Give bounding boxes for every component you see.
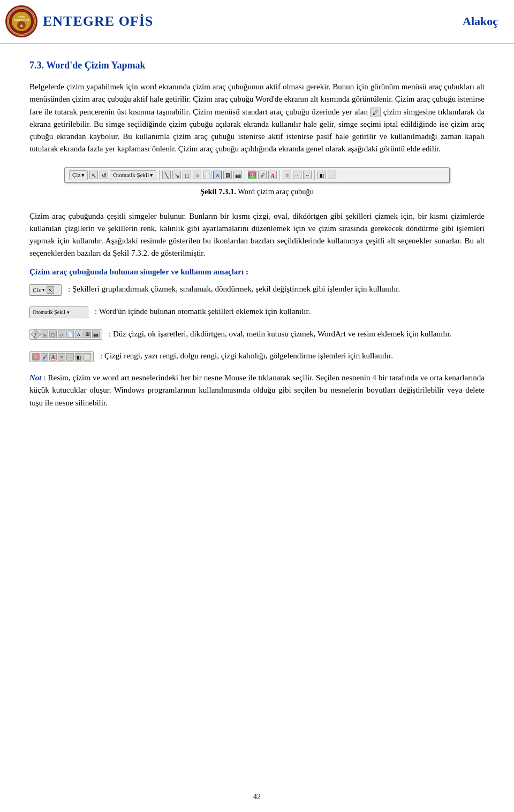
si-image: 📷 [92, 331, 100, 338]
item-row-2: Otomatik Şekil ▾ : Word'ün içinde buluna… [29, 305, 485, 318]
shapes-icons-bar: ╲ ↘ □ ○ 📄 A 🖼 📷 [29, 329, 102, 340]
ciz-arrow: ▾ [81, 172, 85, 179]
item-arrow-2: ▾ [67, 310, 70, 315]
item-cursor-icon: ↖ [47, 286, 54, 294]
caption-text: Word çizim araç çubuğu [238, 187, 314, 196]
ciz-button[interactable]: Çiz ▾ [69, 170, 88, 180]
item-label-1: Çiz [33, 287, 41, 293]
line-color-icon[interactable]: 🖊 [258, 171, 267, 179]
not-paragraph: Not : Resim, çizim ve word art nesneleri… [29, 372, 485, 409]
not-colon: : [42, 373, 46, 382]
si-textbox: 📄 [66, 331, 74, 338]
si-wordart: A [75, 331, 82, 338]
toolbar-container: Çiz ▾ ↖ ↺ Otomatik Şekil ▾ ╲ ↘ □ ○ 📄 [29, 167, 485, 206]
page: ESİN ÜNİVERSİTESİ ⭐ ENTEGRE OFİS Alakoç … [0, 0, 514, 812]
separator-2 [245, 170, 245, 180]
shadow-icon[interactable]: ◧ [318, 171, 326, 179]
wordart-icon[interactable]: A [213, 171, 222, 179]
description-paragraph: Çizim araç çubuğunda çeşitli simgeler bu… [29, 210, 485, 260]
ci-dashstyle: ⋯ [66, 353, 74, 361]
fill-color-icon[interactable]: 🎨 [248, 171, 256, 179]
item-row-1: Çiz ▾ ↖ : Şekilleri gruplandırmak çözmek… [29, 283, 485, 296]
ci-fill: 🎨 [32, 353, 40, 361]
si-arrow: ↘ [41, 331, 48, 338]
item-text-3: : Düz çizgi, ok işaretleri, dikdörtgen, … [109, 328, 485, 340]
item-icon-box-3: ╲ ↘ □ ○ 📄 A 🖼 📷 [29, 329, 102, 340]
si-clipart: 🖼 [84, 331, 91, 338]
toolbar-caption: Şekil 7.3.1. Word çizim araç çubuğu [200, 187, 314, 196]
header-title: ENTEGRE OFİS [43, 13, 153, 29]
not-content: Resim, çizim ve word art nesnelerindeki … [29, 373, 485, 407]
item-text-1: : Şekilleri gruplandırmak çözmek, sırala… [68, 283, 485, 295]
header-left: ESİN ÜNİVERSİTESİ ⭐ ENTEGRE OFİS [5, 5, 153, 37]
header: ESİN ÜNİVERSİTESİ ⭐ ENTEGRE OFİS Alakoç [0, 0, 514, 44]
ci-linecolor: 🖊 [41, 353, 48, 361]
item-toolbar-1: Çiz ▾ ↖ [29, 284, 62, 296]
ci-shadow: ◧ [75, 353, 82, 361]
separator-1 [159, 170, 160, 180]
section-title: 7.3. Word'de Çizim Yapmak [29, 60, 485, 71]
bold-heading: Çizim araç çubuğunda bulunan simgeler ve… [29, 267, 485, 277]
clipart-icon[interactable]: 🖼 [223, 171, 232, 179]
line-icon[interactable]: ╲ [162, 171, 171, 179]
si-rect: □ [49, 331, 57, 338]
header-right: Alakoç [463, 14, 498, 28]
arrow-style-icon[interactable]: ↔ [303, 171, 312, 179]
item-row-4: 🎨 🖊 A ≡ ⋯ ◧ ⬜ : Çizgi rengi, yazı rengi,… [29, 350, 485, 362]
item-icon-box-4: 🎨 🖊 A ≡ ⋯ ◧ ⬜ [29, 351, 94, 362]
otomatik-label: Otomatik Şekil [113, 172, 149, 178]
oval-icon[interactable]: ○ [193, 171, 201, 179]
item-text-4: : Çizgi rengi, yazı rengi, dolgu rengi, … [100, 350, 485, 362]
item-text-2: : Word'ün içinde bulunan otomatik şekill… [95, 305, 485, 318]
3d-icon[interactable]: ⬜ [328, 171, 336, 179]
image-icon[interactable]: 📷 [233, 171, 242, 179]
logo-circle: ESİN ÜNİVERSİTESİ ⭐ [5, 5, 37, 37]
font-color-icon[interactable]: A [268, 171, 277, 179]
main-toolbar: Çiz ▾ ↖ ↺ Otomatik Şekil ▾ ╲ ↘ □ ○ 📄 [64, 167, 450, 183]
draw-icon: 🖊 [370, 108, 381, 117]
rect-icon[interactable]: □ [183, 171, 191, 179]
item-label-2: Otomatik Şekil [33, 309, 65, 315]
separator-3 [279, 170, 280, 180]
item-toolbar-2: Otomatik Şekil ▾ [29, 307, 88, 318]
otomatik-sekil-button[interactable]: Otomatik Şekil ▾ [110, 170, 156, 180]
line-style-icon[interactable]: ≡ [283, 171, 291, 179]
caption-bold: Şekil 7.3.1. [200, 187, 236, 196]
ci-fontcolor: A [49, 353, 57, 361]
page-number: 42 [253, 793, 261, 801]
intro-paragraph: Belgelerde çizim yapabilmek için word ek… [29, 81, 485, 156]
si-oval: ○ [58, 331, 65, 338]
refresh-icon[interactable]: ↺ [100, 171, 108, 179]
item-row-3: ╲ ↘ □ ○ 📄 A 🖼 📷 : Düz çizgi, ok işaretle… [29, 328, 485, 340]
cursor-icon[interactable]: ↖ [89, 171, 98, 179]
content-area: 7.3. Word'de Çizim Yapmak Belgelerde çiz… [0, 44, 514, 436]
arrow-icon[interactable]: ↘ [172, 171, 181, 179]
otomatik-arrow: ▾ [150, 172, 153, 179]
item-icon-box-2: Otomatik Şekil ▾ [29, 307, 88, 318]
ci-linestyle: ≡ [58, 353, 65, 361]
ci-3d: ⬜ [84, 353, 91, 361]
color-icons-bar: 🎨 🖊 A ≡ ⋯ ◧ ⬜ [29, 351, 94, 362]
ciz-label: Çiz [72, 172, 80, 178]
footer: 42 [0, 793, 514, 801]
not-label: Not [29, 373, 42, 382]
item-icon-box-1: Çiz ▾ ↖ [29, 284, 62, 296]
svg-text:ESİN: ESİN [18, 16, 25, 18]
separator-4 [314, 170, 315, 180]
item-arrow-1: ▾ [42, 287, 45, 293]
textbox-icon[interactable]: 📄 [203, 171, 211, 179]
si-line: ╲ [31, 329, 41, 340]
dash-style-icon[interactable]: ⋯ [293, 171, 301, 179]
logo-image: ESİN ÜNİVERSİTESİ ⭐ [7, 7, 36, 36]
svg-text:⭐: ⭐ [20, 24, 24, 28]
